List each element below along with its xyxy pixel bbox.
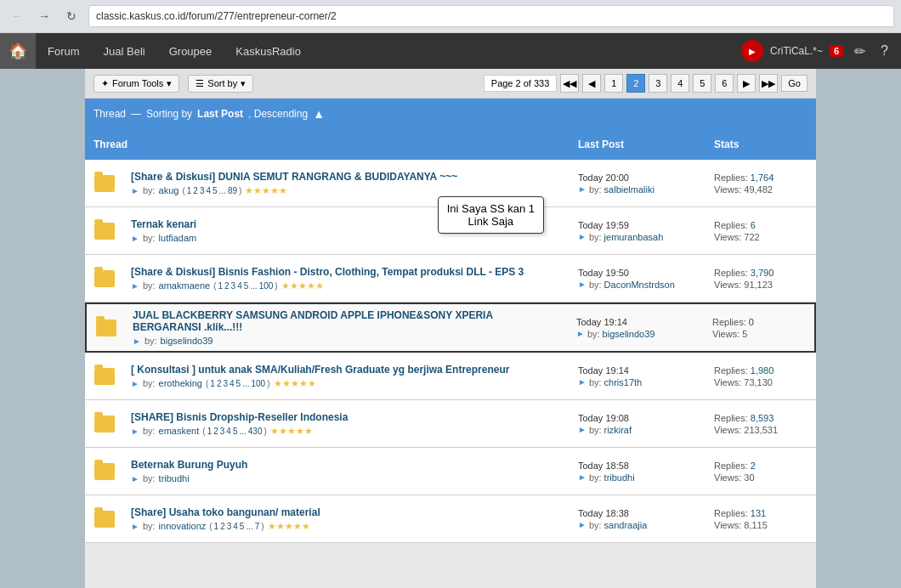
thread-title[interactable]: [SHARE] Bisnis Dropship-Reseller Indones…: [131, 411, 563, 423]
thread-title[interactable]: [Share] Usaha toko bangunan/ material: [131, 506, 563, 518]
thread-page-link[interactable]: 4: [226, 427, 231, 436]
thread-page-link[interactable]: 4: [237, 281, 242, 291]
thread-author[interactable]: lutfiadam: [159, 233, 197, 243]
replies-count[interactable]: 1,764: [751, 172, 774, 183]
thread-page-link[interactable]: 2: [220, 522, 225, 531]
prev-prev-page[interactable]: ◀◀: [560, 74, 579, 93]
lastpost-user[interactable]: jemuranbasah: [604, 232, 664, 242]
home-button[interactable]: 🏠: [0, 33, 36, 69]
replies-count[interactable]: 2: [751, 461, 756, 471]
thread-author[interactable]: akug: [159, 185, 179, 195]
lastpost-user[interactable]: bigselindo39: [603, 329, 655, 339]
refresh-button[interactable]: ↻: [61, 6, 82, 26]
prev-page[interactable]: ◀: [582, 74, 601, 93]
thread-page-link[interactable]: 100: [259, 281, 274, 291]
thread-page-link[interactable]: 4: [206, 186, 211, 195]
thread-page-link[interactable]: 1: [187, 186, 192, 195]
thread-title[interactable]: [Share & Diskusi] Bisnis Fashion - Distr…: [131, 266, 563, 278]
replies-count[interactable]: 131: [751, 508, 766, 518]
back-button[interactable]: ←: [7, 6, 27, 26]
next-page[interactable]: ▶: [737, 74, 756, 93]
edit-icon[interactable]: ✏: [850, 43, 870, 59]
thread-author[interactable]: bigselindo39: [161, 336, 213, 346]
thread-page-link[interactable]: ...: [242, 379, 249, 388]
page-3[interactable]: 3: [649, 74, 667, 93]
replies-count[interactable]: 3,790: [751, 268, 774, 278]
thread-page-link[interactable]: 5: [212, 186, 218, 195]
replies-count[interactable]: 6: [751, 220, 756, 230]
thread-page-link[interactable]: 3: [227, 522, 232, 531]
folder-icon: [94, 368, 115, 385]
sort-direction-icon[interactable]: ▲: [313, 107, 325, 121]
page-1[interactable]: 1: [604, 74, 623, 93]
thread-page-link[interactable]: 89: [228, 186, 237, 195]
lp-by-label: by:: [589, 184, 602, 195]
thread-page-link[interactable]: ...: [219, 186, 226, 195]
thread-page-link[interactable]: ...: [250, 281, 257, 291]
nav-jual-beli[interactable]: Jual Beli: [92, 33, 157, 69]
page-4[interactable]: 4: [671, 74, 689, 93]
thread-page-link[interactable]: 4: [233, 522, 238, 531]
thread-page-link[interactable]: 4: [230, 379, 235, 388]
lastpost-user[interactable]: salbielmaliki: [604, 184, 654, 195]
thread-page-link[interactable]: 1: [207, 427, 212, 436]
views-label: Views:: [714, 377, 744, 387]
thread-page-link[interactable]: 5: [244, 281, 249, 291]
lastpost-user[interactable]: DaconMnstrdson: [604, 280, 675, 290]
forum-tools-button[interactable]: ✦ Forum Tools ▾: [94, 75, 179, 93]
thread-page-link[interactable]: 5: [236, 379, 241, 388]
thread-page-link[interactable]: 3: [200, 186, 205, 195]
thread-page-link[interactable]: ...: [246, 522, 252, 531]
thread-title[interactable]: Beternak Burung Puyuh: [131, 459, 563, 471]
replies-count[interactable]: 1,980: [751, 365, 774, 376]
lastpost-user[interactable]: rizkiraf: [604, 425, 632, 435]
thread-stars: ★★★★★: [245, 185, 287, 196]
thread-meta: ► by: erotheking ( 1 2 3 4 5 ... 100 ) ★…: [131, 378, 563, 389]
thread-page-link[interactable]: 3: [223, 379, 228, 388]
thread-author[interactable]: emaskent: [159, 426, 200, 436]
thread-page-link[interactable]: 2: [193, 186, 198, 195]
lastpost-user[interactable]: chris17th: [604, 377, 643, 387]
forward-button[interactable]: →: [34, 6, 54, 26]
help-icon[interactable]: ?: [876, 43, 892, 59]
thread-title[interactable]: [Share & Diskusi] DUNIA SEMUT RANGRANG &…: [131, 171, 563, 183]
page-6[interactable]: 6: [715, 74, 734, 93]
thread-title[interactable]: JUAL BLACKBERRY SAMSUNG ANDROID APPLE IP…: [133, 309, 561, 333]
next-next-page[interactable]: ▶▶: [759, 74, 778, 93]
thread-page-link[interactable]: 2: [213, 427, 218, 436]
thread-page-link[interactable]: 1: [214, 522, 219, 531]
thread-title[interactable]: [ Konsultasi ] untuk anak SMA/Kuliah/Fre…: [131, 364, 563, 376]
go-button[interactable]: Go: [781, 75, 808, 92]
notification-badge[interactable]: 6: [830, 45, 843, 57]
thread-page-link[interactable]: 5: [240, 522, 245, 531]
thread-pages: ( 1 2 3 4 5 ... 7 ): [209, 522, 264, 531]
thread-page-link[interactable]: 430: [248, 427, 263, 436]
thread-page-link[interactable]: 3: [231, 281, 236, 291]
replies-count[interactable]: 8,593: [751, 413, 774, 423]
thread-author[interactable]: erotheking: [159, 378, 202, 388]
thread-author[interactable]: innovationz: [159, 521, 207, 531]
thread-content: JUAL BLACKBERRY SAMSUNG ANDROID APPLE IP…: [126, 304, 568, 351]
page-2-active[interactable]: 2: [626, 74, 645, 93]
lp-arrow-icon: ►: [578, 280, 586, 289]
page-5[interactable]: 5: [693, 74, 711, 93]
thread-page-link[interactable]: 100: [251, 379, 265, 388]
address-bar[interactable]: [88, 5, 894, 27]
nav-kaskus-radio[interactable]: KaskusRadio: [224, 33, 313, 69]
thread-page-link[interactable]: 2: [224, 281, 230, 291]
nav-groupee[interactable]: Groupee: [157, 33, 224, 69]
thread-page-link[interactable]: 1: [218, 281, 223, 291]
thread-page-link[interactable]: 5: [233, 427, 238, 436]
nav-forum[interactable]: Forum: [36, 33, 92, 69]
lastpost-user[interactable]: tribudhi: [604, 472, 635, 483]
thread-page-link[interactable]: 3: [220, 427, 225, 436]
thread-page-link[interactable]: ...: [239, 427, 246, 436]
replies-count[interactable]: 0: [749, 317, 754, 327]
thread-author[interactable]: tribudhi: [159, 473, 190, 483]
sort-by-button[interactable]: ☰ Sort by ▾: [188, 75, 253, 93]
thread-author[interactable]: amakmaene: [159, 280, 211, 291]
thread-page-link[interactable]: 2: [217, 379, 222, 388]
thread-page-link[interactable]: 7: [255, 522, 260, 531]
lastpost-user[interactable]: sandraajia: [604, 520, 648, 530]
thread-page-link[interactable]: 1: [210, 379, 215, 388]
